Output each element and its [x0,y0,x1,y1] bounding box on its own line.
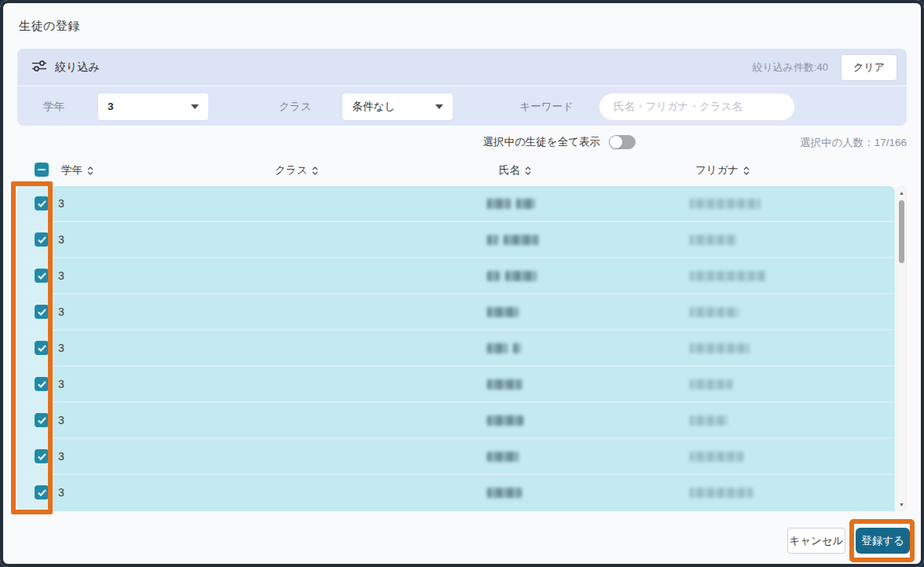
furigana-cell-redacted [690,271,765,281]
row-checkbox[interactable] [35,485,49,499]
furigana-cell-redacted [690,235,737,245]
name-cell-redacted [487,199,535,209]
sliders-icon [31,60,47,75]
scrollbar-up-arrow-icon[interactable]: ▲ [897,190,906,196]
sort-icon [525,166,531,175]
row-checkbox[interactable] [35,377,49,391]
furigana-cell-redacted [690,379,732,390]
filter-title-group: 絞り込み [31,60,100,75]
grade-cell: 3 [58,378,64,390]
row-checkbox[interactable] [35,341,49,355]
column-header-grade[interactable]: 学年 [61,163,94,177]
show-selected-label: 選択中の生徒を全て表示 [483,135,600,149]
row-checkbox[interactable] [35,305,49,319]
grade-cell: 3 [58,197,64,210]
table-row[interactable]: 3 [17,439,895,475]
show-selected-toggle[interactable] [609,135,636,149]
keyword-input-wrap [599,93,795,121]
furigana-cell-redacted [690,452,743,462]
table-row[interactable]: 3 [17,294,895,331]
furigana-cell-redacted [690,307,739,317]
row-checkbox[interactable] [35,196,49,210]
selected-count: 選択中の人数：17/166 [800,136,907,150]
filter-header: 絞り込み 絞り込み件数:40 クリア [17,49,907,86]
table-row[interactable]: 3 [17,367,895,403]
class-select[interactable]: 条件なし [343,93,453,120]
keyword-input[interactable] [599,93,795,121]
row-checkbox[interactable] [35,269,49,283]
page-title: 生徒の登録 [19,19,80,34]
name-cell-redacted [487,415,523,426]
grade-cell: 3 [58,342,64,354]
column-header-furigana-label: フリガナ [695,163,739,177]
grade-cell: 3 [58,269,64,282]
filter-panel: 絞り込み 絞り込み件数:40 クリア 学年 3 クラス 条件なし キーワード [17,49,907,126]
grade-select-value: 3 [108,101,114,112]
name-cell-redacted [487,452,519,462]
row-checkbox[interactable] [35,449,49,463]
column-header-name[interactable]: 氏名 [499,163,531,177]
column-header-name-label: 氏名 [499,163,520,177]
class-select-value: 条件なし [352,100,395,114]
name-cell-redacted [487,343,521,353]
table-scrollbar[interactable]: ▲ ▼ [896,186,907,511]
table-row[interactable]: 3 [17,403,895,439]
grade-cell: 3 [58,414,64,426]
grade-cell: 3 [58,450,64,463]
sort-icon [743,166,750,175]
student-table-body: 3 3 3 3 [17,186,895,511]
toggle-knob [610,136,622,148]
scrollbar-thumb[interactable] [899,200,904,263]
chevron-down-icon [435,104,443,109]
sort-icon [87,166,94,175]
select-all-checkbox[interactable] [35,163,49,177]
table-row[interactable]: 3 [17,222,895,258]
table-row[interactable]: 3 [17,331,895,367]
grade-label: 学年 [43,100,64,114]
keyword-label: キーワード [519,100,573,114]
furigana-cell-redacted [690,199,761,209]
column-header-furigana[interactable]: フリガナ [695,163,750,177]
table-row[interactable]: 3 [17,186,895,222]
filter-fields: 学年 3 クラス 条件なし キーワード [17,87,907,126]
column-header-grade-label: 学年 [61,163,82,177]
class-label: クラス [279,100,311,114]
row-checkbox[interactable] [35,413,49,427]
name-cell-redacted [487,235,538,245]
grade-cell: 3 [58,233,64,246]
clear-button[interactable]: クリア [841,54,897,81]
table-row[interactable]: 3 [17,475,895,511]
filter-count: 絞り込み件数:40 [752,60,828,75]
furigana-cell-redacted [690,488,753,498]
grade-cell: 3 [58,305,64,318]
selection-row: 選択中の生徒を全て表示 選択中の人数：17/166 [0,135,907,151]
table-row[interactable]: 3 [17,258,895,294]
student-registration-dialog: 生徒の登録 絞り込み 絞り込み件数:40 クリア 学年 [0,0,924,567]
column-header-class[interactable]: クラス [275,163,318,177]
name-cell-redacted [487,379,522,390]
register-button[interactable]: 登録する [856,528,910,554]
sort-icon [312,166,318,175]
cancel-button[interactable]: キャンセル [787,528,845,554]
chevron-down-icon [191,104,199,109]
column-header-class-label: クラス [275,163,307,177]
row-checkbox[interactable] [35,232,49,247]
grade-cell: 3 [58,486,64,499]
name-cell-redacted [487,488,522,498]
name-cell-redacted [487,271,537,281]
furigana-cell-redacted [690,415,728,426]
scrollbar-down-arrow-icon[interactable]: ▼ [897,502,906,507]
table-header: 学年 クラス 氏名 フリガナ [17,160,895,185]
name-cell-redacted [487,307,519,317]
furigana-cell-redacted [690,343,750,353]
grade-select[interactable]: 3 [98,93,208,120]
filter-title: 絞り込み [55,60,100,75]
